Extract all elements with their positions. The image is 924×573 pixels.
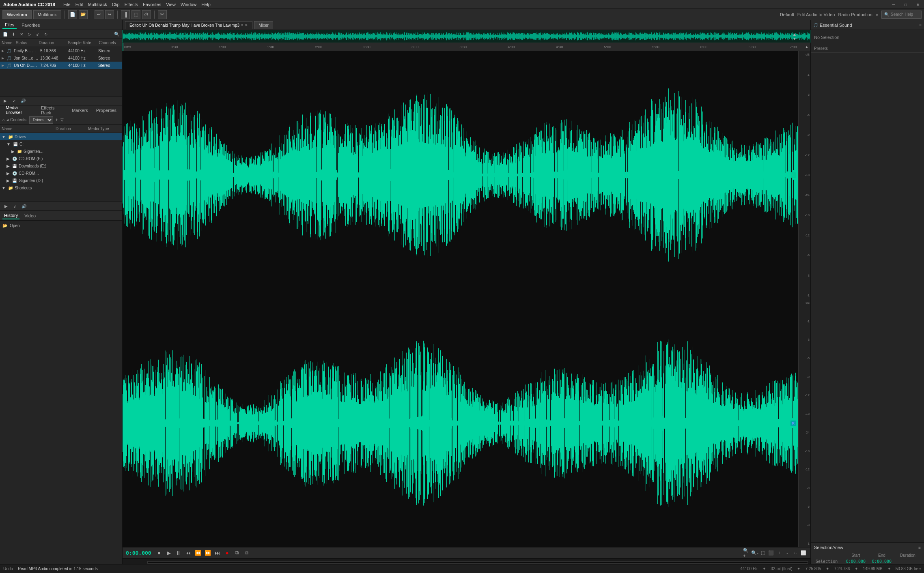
new-file-btn[interactable]: 📄 [68, 10, 77, 19]
redo-btn[interactable]: ↪ [105, 10, 114, 19]
mb-item-shortcuts[interactable]: ▼ 📁 Shortcuts [0, 184, 122, 191]
close-file-btn[interactable]: ✕ [18, 31, 25, 38]
file-item-0[interactable]: ▶ 🎵 Emily B... Acting Tips.mp3 5:16.368 … [0, 47, 122, 54]
open-file-btn[interactable]: 📂 [79, 10, 88, 19]
insert-btn[interactable]: ↙ [34, 31, 41, 38]
file-item-2[interactable]: ▶ 🎵 Uh Oh D...m The Law.mp3 7:24.786 441… [0, 62, 122, 69]
mb-insert-btn[interactable]: ↙ [11, 203, 19, 210]
history-tab[interactable]: History [2, 212, 19, 219]
play-footer-btn[interactable]: ▶ [2, 97, 9, 105]
zoom-full-btn[interactable]: ⬚ [759, 549, 767, 556]
record-btn[interactable]: ● [223, 548, 232, 557]
waveform-tab[interactable]: Waveform [2, 10, 32, 19]
pause-btn[interactable]: ⏸ [174, 548, 183, 557]
sv-selection-end[interactable]: 0:00.000 [869, 558, 895, 564]
mb-filter-btn[interactable]: ▽ [60, 118, 64, 122]
editor-tab-x[interactable]: ✕ [245, 23, 248, 27]
waveform-bottom-canvas[interactable] [123, 299, 798, 547]
skip-back-btn[interactable]: ⏮ [184, 548, 193, 557]
menu-view[interactable]: View [166, 2, 176, 7]
mb-play-btn[interactable]: ▶ [2, 203, 10, 210]
zoom-sel-btn[interactable]: ⬛ [767, 549, 775, 556]
razor-tool[interactable]: ✂ [158, 10, 167, 19]
sv-menu-icon[interactable]: ≡ [918, 545, 921, 550]
close-button[interactable]: ✕ [912, 0, 924, 9]
multitrack-tab[interactable]: Multitrack [33, 10, 61, 19]
undo-label[interactable]: Undo [3, 567, 13, 571]
search-files-btn[interactable]: 🔍 [113, 31, 121, 38]
mb-item-c[interactable]: ▼ 💾 C: [0, 140, 122, 148]
search-placeholder[interactable]: Search Help [891, 12, 913, 17]
mb-item-downloads-e[interactable]: ▶ 💾 Downloads (E:) [0, 162, 122, 170]
selection-tool[interactable]: ▐ [121, 10, 130, 19]
mb-add-btn[interactable]: + [56, 118, 58, 122]
stop-btn[interactable]: ■ [155, 548, 164, 557]
menu-window[interactable]: Window [181, 2, 196, 7]
mb-tab-media[interactable]: Media Browser [2, 104, 36, 116]
es-menu-icon[interactable]: ≡ [919, 23, 922, 27]
nav-overview[interactable]: ▲ ▼ [123, 30, 810, 43]
zoom-in-amp-btn[interactable]: 🔍+ [743, 549, 750, 556]
ruler-expand-btn[interactable]: ▲ [805, 45, 809, 49]
mb-tab-markers[interactable]: Markers [69, 107, 91, 114]
radio-label[interactable]: Radio Production [838, 12, 872, 17]
maximize-button[interactable]: □ [900, 0, 912, 9]
mb-item-giganten1[interactable]: ▶ 📁 Giganten... [0, 148, 122, 155]
sv-selection-start[interactable]: 0:00.000 [843, 558, 869, 564]
waveform-container[interactable]: 🔒 ⏱ +0 dB ⬡ dB -1 -3 -6 -9 -12 -18 [123, 51, 810, 547]
import-btn[interactable]: ⬇ [10, 31, 17, 38]
skip-forward-btn[interactable]: ⏭ [213, 548, 222, 557]
menu-file[interactable]: File [63, 2, 71, 7]
favorites-tab[interactable]: Favorites [19, 22, 42, 28]
nav-collapse-btn[interactable]: ▼ [791, 36, 798, 41]
loop-play-btn[interactable]: ⧉ [233, 548, 241, 557]
marquee-tool[interactable]: ⬚ [131, 10, 140, 19]
editor-tab-main[interactable]: Editor: Uh Oh Donald Trump May Have Brok… [125, 21, 252, 29]
waveform-top[interactable]: 🔒 ⏱ +0 dB ⬡ dB -1 -3 -6 -9 -12 -18 [123, 51, 810, 299]
video-tab[interactable]: Video [23, 212, 37, 219]
waveform-bottom[interactable]: dB -1 -3 -6 -9 -12 -18 -24 -18 -12 -9 -6… [123, 299, 810, 547]
menu-multitrack[interactable]: Multitrack [88, 2, 107, 7]
zoom-in-btn[interactable]: + [775, 549, 783, 556]
menu-help[interactable]: Help [201, 2, 211, 7]
time-selection-tool[interactable]: ⏱ [142, 10, 151, 19]
loop-sel-btn[interactable]: ⧈ [242, 548, 251, 557]
menu-edit[interactable]: Edit [75, 2, 83, 7]
mb-item-cdrom-f[interactable]: ▶ 💿 CD-ROM (F:) [0, 155, 122, 162]
editor-tab-mixer[interactable]: Mixer [254, 21, 273, 29]
menu-clip[interactable]: Clip [112, 2, 120, 7]
fast-forward-btn[interactable]: ⏩ [203, 548, 212, 557]
nav-expand-btn[interactable]: ▲ [791, 32, 798, 36]
menu-favorites[interactable]: Favorites [143, 2, 161, 7]
new-audio-btn[interactable]: 📄 [2, 31, 9, 38]
mb-drives-dropdown[interactable]: Drives [29, 116, 53, 124]
menu-effects[interactable]: Effects [125, 2, 138, 7]
mb-back-btn[interactable]: ◂ [6, 118, 9, 122]
autoplay-btn[interactable]: ▷ [26, 31, 33, 38]
mb-item-cdrom[interactable]: ▶ 💿 CD-ROM... [0, 170, 122, 177]
mb-speaker-btn[interactable]: 🔊 [20, 203, 28, 210]
zoom-out-amp-btn[interactable]: 🔍- [751, 549, 758, 556]
loop-btn[interactable]: ↻ [42, 31, 50, 38]
fit-page-btn[interactable]: ⬜ [800, 549, 807, 556]
editor-tab-close[interactable]: ≡ [241, 23, 243, 27]
rewind-btn[interactable]: ⏪ [194, 548, 202, 557]
mb-home-btn[interactable]: ⌂ [2, 118, 5, 122]
mb-tab-effects[interactable]: Effects Rack [38, 105, 67, 116]
speaker-footer-btn[interactable]: 🔊 [19, 97, 27, 105]
play-btn[interactable]: ▶ [164, 548, 173, 557]
edit-audio-label[interactable]: Edit Audio to Video [797, 12, 835, 17]
zoom-out-btn[interactable]: - [784, 549, 791, 556]
file-item-1[interactable]: ▶ 🎵 Jon Ste...e Show Desk.mp3 13:30.448 … [0, 54, 122, 62]
mb-tab-properties[interactable]: Properties [93, 107, 120, 114]
minimize-button[interactable]: ─ [887, 0, 900, 9]
hist-item-open[interactable]: 📂 Open [1, 221, 121, 230]
loop-footer-btn[interactable]: ↙ [11, 97, 18, 105]
waveform-top-canvas[interactable] [123, 51, 798, 299]
undo-btn[interactable]: ↩ [95, 10, 103, 19]
files-tab[interactable]: Files [2, 21, 17, 29]
expand-icon[interactable]: » [876, 12, 878, 17]
mb-item-giganten-d[interactable]: ▶ 💾 Giganten (D:) [0, 177, 122, 184]
zoom-full-time-btn[interactable]: ↔ [792, 549, 799, 556]
mb-item-drives[interactable]: ▼ 📁 Drives [0, 133, 122, 140]
